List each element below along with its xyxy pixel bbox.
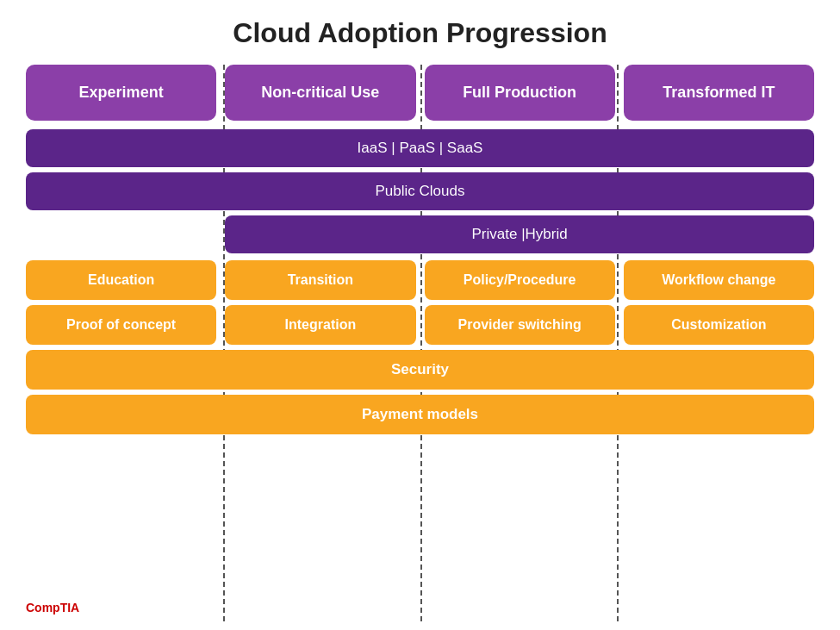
- phase-noncritical: Non-critical Use: [225, 65, 415, 121]
- page: Cloud Adoption Progression Experiment No…: [0, 0, 840, 630]
- phase-experiment: Experiment: [26, 65, 216, 121]
- orange-customization: Customization: [624, 305, 814, 345]
- comptia-logo: CompTIA: [26, 601, 79, 614]
- orange-provider: Provider switching: [425, 305, 615, 345]
- diagram-inner: Experiment Non-critical Use Full Product…: [26, 65, 814, 621]
- security-bar: Security: [26, 350, 814, 390]
- iaas-bar: IaaS | PaaS | SaaS: [26, 129, 814, 167]
- orange-education: Education: [26, 260, 216, 300]
- phase-transformed: Transformed IT: [624, 65, 814, 121]
- phases-row: Experiment Non-critical Use Full Product…: [26, 65, 814, 121]
- orange-row-1: Education Transition Policy/Procedure Wo…: [26, 260, 814, 300]
- orange-poc: Proof of concept: [26, 305, 216, 345]
- page-title: Cloud Adoption Progression: [233, 17, 607, 49]
- orange-transition: Transition: [225, 260, 415, 300]
- payment-bar: Payment models: [26, 395, 814, 434]
- public-bar: Public Clouds: [26, 172, 814, 210]
- orange-workflow: Workflow change: [624, 260, 814, 300]
- orange-row-2: Proof of concept Integration Provider sw…: [26, 305, 814, 345]
- phase-fullprod: Full Production: [425, 65, 615, 121]
- diagram: Experiment Non-critical Use Full Product…: [26, 65, 814, 621]
- private-bar: Private |Hybrid: [225, 215, 814, 253]
- orange-policy: Policy/Procedure: [425, 260, 615, 300]
- orange-integration: Integration: [225, 305, 415, 345]
